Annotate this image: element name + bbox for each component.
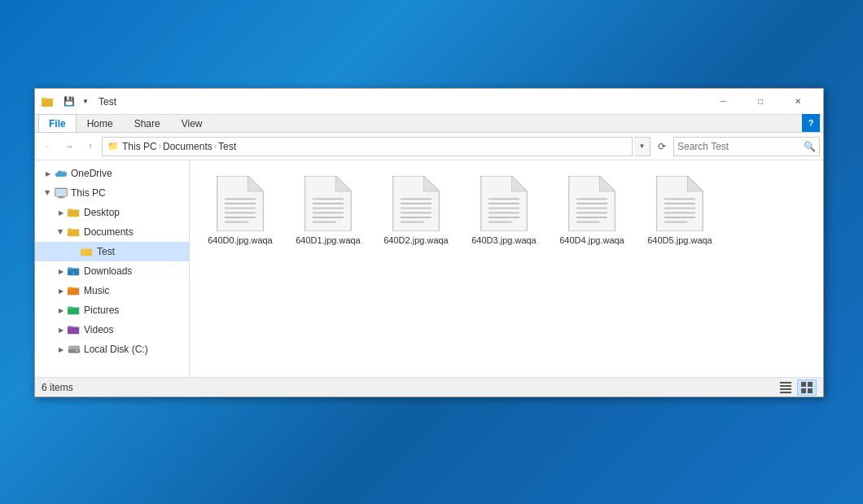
- svg-rect-11: [81, 248, 85, 251]
- path-this-pc: This PC: [122, 141, 157, 152]
- svg-rect-1: [42, 98, 46, 100]
- file-name: 640D5.jpg.waqa: [647, 234, 712, 246]
- file-name: 640D2.jpg.waqa: [383, 234, 449, 246]
- svg-rect-78: [801, 388, 806, 393]
- downloads-label: Downloads: [84, 265, 132, 277]
- svg-marker-57: [599, 176, 615, 191]
- svg-point-23: [76, 349, 78, 352]
- documents-folder-icon: [68, 226, 81, 239]
- icon-view-button[interactable]: [797, 379, 817, 396]
- file-name: 640D3.jpg.waqa: [471, 234, 537, 246]
- search-icon[interactable]: 🔍: [804, 141, 816, 152]
- svg-marker-25: [248, 176, 263, 191]
- local-disk-label: Local Disk (C:): [84, 344, 148, 355]
- sidebar-item-pictures[interactable]: ▶ Pictures: [35, 300, 189, 320]
- sidebar-scroll[interactable]: ▶ OneDrive ▶: [35, 164, 189, 374]
- file-item[interactable]: 640D0.jpg.waqa: [199, 170, 281, 250]
- maximize-button[interactable]: □: [742, 89, 779, 115]
- title-bar-folder-icon: [42, 95, 55, 108]
- file-icon: [654, 174, 706, 233]
- sidebar-item-local-disk[interactable]: ▶ Local Disk (C:): [35, 340, 189, 359]
- svg-rect-76: [801, 382, 806, 387]
- quick-access-icons: 💾 ▼: [42, 95, 92, 108]
- tab-file[interactable]: File: [38, 114, 77, 132]
- main-content: ▶ OneDrive ▶: [35, 160, 823, 377]
- svg-rect-5: [56, 189, 67, 195]
- help-button[interactable]: ?: [802, 114, 820, 132]
- expand-arrow-local-disk: ▶: [55, 343, 68, 356]
- videos-folder-icon: [68, 323, 81, 336]
- sidebar-item-test[interactable]: ▶ Test: [35, 242, 189, 261]
- file-icon: [478, 174, 530, 233]
- sidebar-item-this-pc[interactable]: ▶ This PC: [35, 183, 189, 203]
- tab-share[interactable]: Share: [124, 114, 171, 132]
- address-path[interactable]: 📁 This PC › Documents › Test: [102, 137, 633, 156]
- svg-rect-79: [808, 388, 813, 393]
- file-item[interactable]: 640D1.jpg.waqa: [287, 170, 369, 250]
- expand-arrow-videos: ▶: [55, 323, 68, 336]
- up-button[interactable]: ↑: [81, 137, 100, 156]
- computer-icon: [55, 186, 68, 199]
- sidebar: ▶ OneDrive ▶: [35, 160, 190, 377]
- file-item[interactable]: 640D2.jpg.waqa: [375, 170, 457, 250]
- this-pc-label: This PC: [71, 187, 106, 199]
- file-name: 640D1.jpg.waqa: [296, 234, 361, 246]
- quick-arrow-icon[interactable]: ▼: [79, 95, 92, 108]
- sidebar-item-downloads[interactable]: ▶ ↓ Downloads: [35, 261, 189, 281]
- tab-home[interactable]: Home: [77, 114, 124, 132]
- svg-rect-73: [780, 385, 791, 387]
- details-view-button[interactable]: [776, 379, 795, 396]
- file-icon: [390, 174, 442, 233]
- tab-view[interactable]: View: [171, 114, 213, 132]
- expand-arrow-pictures: ▶: [55, 304, 68, 317]
- view-buttons: [776, 379, 817, 396]
- path-sep-2: ›: [214, 142, 217, 151]
- sidebar-item-music[interactable]: ▶ Music: [35, 281, 189, 300]
- path-sep-1: ›: [159, 142, 161, 151]
- expand-arrow-this-pc: ▶: [42, 186, 55, 199]
- search-input[interactable]: [677, 141, 804, 152]
- documents-label: Documents: [84, 226, 134, 238]
- path-icon: 📁: [107, 141, 119, 151]
- svg-marker-49: [511, 176, 527, 191]
- quick-save-icon[interactable]: 💾: [63, 95, 76, 108]
- file-item[interactable]: 640D4.jpg.waqa: [551, 170, 633, 250]
- test-label: Test: [97, 246, 115, 257]
- onedrive-label: OneDrive: [71, 168, 112, 179]
- expand-arrow-documents: ▶: [55, 226, 68, 239]
- videos-label: Videos: [84, 324, 113, 335]
- svg-marker-65: [687, 176, 703, 191]
- ribbon-tabs: File Home Share View ?: [35, 115, 823, 133]
- sidebar-item-videos[interactable]: ▶ Videos: [35, 320, 189, 340]
- minimize-button[interactable]: ─: [704, 89, 742, 115]
- sidebar-item-onedrive[interactable]: ▶ OneDrive: [35, 164, 189, 183]
- file-area: 640D0.jpg.waqa 640D1.jpg.waqa: [190, 160, 823, 377]
- file-icon: [566, 174, 618, 233]
- svg-marker-33: [335, 176, 351, 191]
- close-button[interactable]: ✕: [779, 89, 817, 115]
- path-documents: Documents: [163, 141, 212, 152]
- pictures-folder-icon: [68, 304, 81, 317]
- svg-rect-22: [68, 349, 80, 353]
- svg-marker-41: [423, 176, 439, 191]
- window-controls: ─ □ ✕: [704, 89, 817, 115]
- back-button[interactable]: ←: [38, 137, 58, 156]
- address-bar: ← → ↑ 📁 This PC › Documents › Test ▼ ⟳ 🔍: [35, 133, 823, 160]
- title-bar: 💾 ▼ Test ─ □ ✕: [35, 89, 823, 115]
- forward-button[interactable]: →: [59, 137, 79, 156]
- desktop-folder-icon: [68, 206, 81, 219]
- svg-rect-18: [68, 307, 72, 309]
- expand-arrow-music: ▶: [55, 284, 68, 297]
- svg-rect-72: [780, 382, 791, 383]
- file-name: 640D0.jpg.waqa: [208, 234, 273, 246]
- address-dropdown[interactable]: ▼: [634, 137, 651, 156]
- svg-text:↓: ↓: [72, 270, 75, 275]
- sidebar-item-documents[interactable]: ▶ Documents: [35, 222, 189, 242]
- svg-rect-9: [68, 229, 72, 231]
- music-label: Music: [84, 285, 109, 296]
- svg-rect-3: [59, 196, 64, 198]
- refresh-button[interactable]: ⟳: [652, 137, 672, 156]
- file-item[interactable]: 640D3.jpg.waqa: [463, 170, 545, 250]
- sidebar-item-desktop[interactable]: ▶ Desktop: [35, 203, 189, 222]
- file-item[interactable]: 640D5.jpg.waqa: [639, 170, 721, 250]
